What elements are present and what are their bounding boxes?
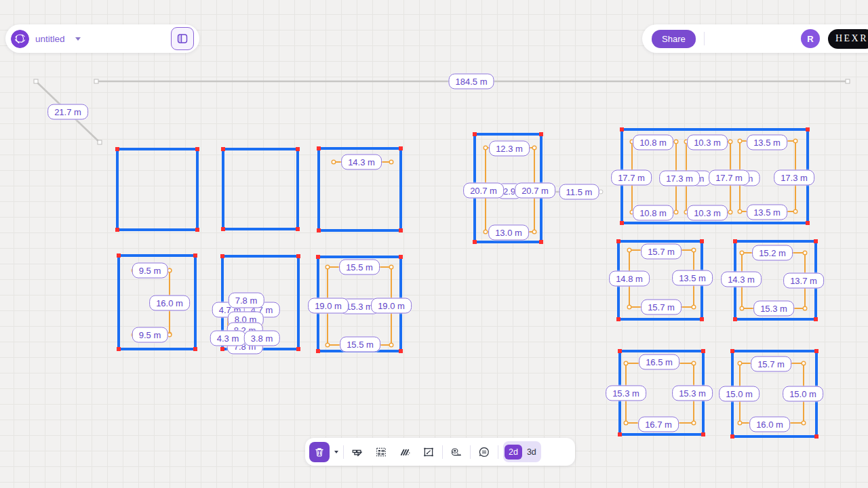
dimension-label[interactable]: 15.7 m: [751, 357, 791, 372]
view-3d-button[interactable]: 3d: [524, 445, 540, 460]
comment-icon: [478, 445, 490, 460]
frame-arrow-icon: [422, 445, 435, 460]
dimension-label[interactable]: 13.5 m: [747, 205, 787, 220]
share-button[interactable]: Share: [652, 30, 696, 48]
dimension-label[interactable]: 10.8 m: [633, 205, 673, 221]
toggle-sidebar-button[interactable]: [171, 27, 194, 50]
dimension-label[interactable]: 10.3 m: [687, 205, 728, 221]
dimension-label[interactable]: 15.5 m: [339, 260, 380, 275]
dimension-label[interactable]: 20.7 m: [515, 183, 555, 199]
dimension-label[interactable]: 15.0 m: [719, 386, 760, 402]
app-logo-icon: [11, 30, 29, 48]
layout-select-tool-button[interactable]: [371, 442, 391, 462]
dimension-label[interactable]: 15.0 m: [783, 386, 823, 402]
dimension-label[interactable]: 9.5 m: [132, 263, 168, 279]
dimension-label[interactable]: 15.3 m: [672, 386, 713, 401]
dimension-label[interactable]: 7.8 m: [229, 293, 264, 308]
dimension-label[interactable]: 13.0 m: [488, 225, 529, 241]
dimension-label[interactable]: 20.7 m: [463, 183, 504, 199]
dimension-label[interactable]: 14.8 m: [609, 271, 650, 287]
wall-draw-tool-button[interactable]: [347, 442, 368, 462]
measure-tape-icon: [450, 444, 462, 460]
drawing-canvas[interactable]: 184.5 m21.7 m11.5 m14.3 m9.5 m16.0 m9.5 …: [0, 0, 868, 488]
trash-icon: [314, 447, 325, 458]
dimension-label[interactable]: 9.5 m: [132, 327, 168, 343]
dimension-label[interactable]: 13.5 m: [747, 135, 787, 150]
dimension-label[interactable]: 19.0 m: [371, 298, 412, 314]
dimension-label[interactable]: 15.2 m: [752, 245, 793, 261]
view-2d-button[interactable]: 2d: [505, 445, 522, 460]
title-dropdown-caret[interactable]: [75, 37, 81, 41]
dimension-label[interactable]: 21.7 m: [47, 104, 88, 120]
dimension-label[interactable]: 17.7 m: [709, 170, 749, 186]
dimension-label[interactable]: 14.3 m: [341, 155, 382, 170]
divider: [470, 445, 471, 459]
comment-tool-button[interactable]: [474, 442, 494, 462]
wall-pen-icon: [351, 445, 363, 460]
dimension-label[interactable]: 15.5 m: [340, 337, 380, 352]
bottom-toolbar: 2d 3d: [305, 438, 575, 466]
dimension-lines: [0, 0, 868, 488]
dimension-label[interactable]: 16.0 m: [149, 296, 190, 311]
area-frame-tool-button[interactable]: [418, 442, 439, 462]
dimension-label[interactable]: 17.3 m: [659, 171, 700, 186]
divider: [442, 445, 443, 459]
dimension-label[interactable]: 4.3 m: [210, 331, 246, 346]
view-mode-toggle: 2d 3d: [503, 441, 541, 462]
hatch-tool-button[interactable]: [395, 442, 415, 462]
title-bar: untitled: [5, 24, 199, 53]
divider: [498, 445, 498, 459]
brand-badge: HEXR: [828, 29, 868, 49]
delete-options-caret[interactable]: [334, 451, 338, 453]
dimension-label[interactable]: 14.3 m: [721, 272, 762, 287]
dimension-label[interactable]: 11.5 m: [559, 184, 599, 200]
dimension-label[interactable]: 15.3 m: [753, 301, 794, 317]
hatch-icon: [399, 445, 411, 460]
dimension-label[interactable]: 12.3 m: [489, 141, 530, 157]
dimension-label[interactable]: 16.5 m: [639, 354, 679, 370]
dimension-label[interactable]: 3.8 m: [244, 331, 280, 346]
sidebar-icon: [176, 33, 189, 45]
dimension-label[interactable]: 16.0 m: [749, 417, 790, 432]
dimension-label[interactable]: 19.0 m: [308, 298, 349, 314]
measure-tool-button[interactable]: [446, 442, 467, 462]
dimension-label[interactable]: 10.8 m: [633, 135, 673, 150]
account-bar: Share R HEXR: [642, 24, 868, 53]
divider: [343, 445, 344, 459]
dimension-label[interactable]: 184.5 m: [449, 74, 494, 89]
dimension-label[interactable]: 15.7 m: [641, 244, 682, 260]
dimension-label[interactable]: 15.7 m: [641, 300, 682, 315]
delete-button[interactable]: [309, 442, 330, 462]
dimension-label[interactable]: 13.7 m: [783, 273, 824, 289]
dimension-label[interactable]: 16.7 m: [638, 417, 679, 432]
divider: [704, 32, 705, 45]
dimension-label[interactable]: 15.3 m: [606, 386, 646, 401]
dimension-label[interactable]: 17.3 m: [774, 170, 814, 186]
layout-select-icon: [375, 445, 387, 460]
dimension-label[interactable]: 10.3 m: [687, 135, 728, 150]
document-title[interactable]: untitled: [35, 34, 65, 44]
avatar[interactable]: R: [801, 29, 820, 48]
dimension-label[interactable]: 13.5 m: [672, 270, 713, 286]
dimension-label[interactable]: 17.7 m: [611, 170, 652, 186]
